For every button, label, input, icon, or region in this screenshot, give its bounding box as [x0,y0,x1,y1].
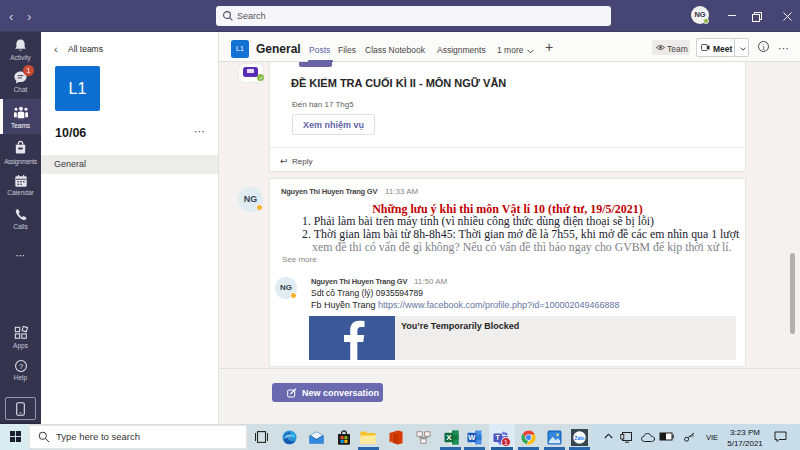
svg-text:Zalo: Zalo [575,436,585,441]
svg-text:?: ? [19,362,23,371]
svg-text:W: W [468,433,476,442]
svg-text:T: T [496,434,501,441]
svg-text:X: X [446,433,452,442]
